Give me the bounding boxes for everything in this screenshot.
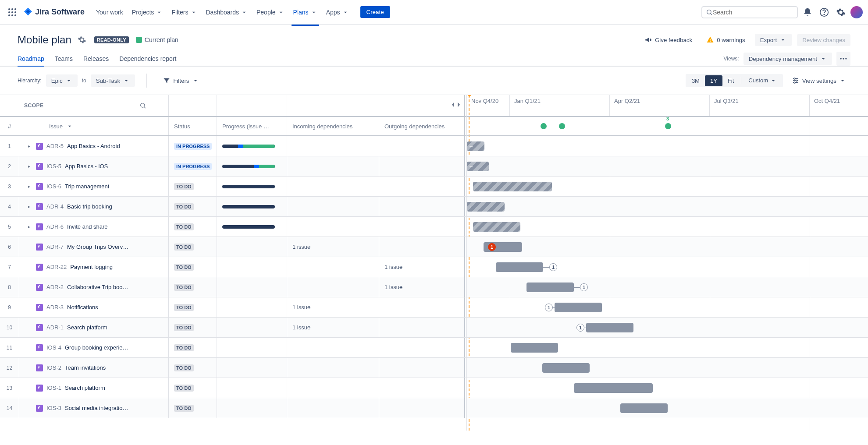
settings-icon[interactable] [834, 5, 848, 19]
issue-key[interactable]: ADR-1 [46, 324, 64, 331]
give-feedback-button[interactable]: Give feedback [640, 33, 697, 46]
table-row[interactable]: 4 ▸ ADR-4 Basic trip booking TO DO [0, 197, 466, 217]
gantt-bar[interactable] [574, 383, 653, 393]
zoom-3m[interactable]: 3M [687, 75, 705, 86]
gantt-bar[interactable] [496, 262, 543, 272]
dependency-badge[interactable]: 1 [545, 304, 553, 311]
hierarchy-from-select[interactable]: Epic [46, 74, 78, 87]
search-box[interactable] [701, 6, 798, 18]
dependency-badge[interactable]: 1 [580, 283, 588, 291]
gantt-bar[interactable]: ← [467, 141, 484, 151]
nav-item-dashboards[interactable]: Dashboards [202, 6, 253, 18]
notifications-icon[interactable] [800, 5, 815, 19]
issue-key[interactable]: ADR-3 [46, 304, 64, 311]
gantt-bar[interactable] [542, 363, 590, 373]
view-settings-button[interactable]: View settings [787, 74, 850, 87]
gantt-bar[interactable] [555, 303, 602, 312]
gantt-bar[interactable]: ← [467, 162, 489, 171]
column-header-issue[interactable]: Issue [19, 117, 169, 135]
table-row[interactable]: 8 ADR-2 Collaborative Trip boo… TO DO 1 … [0, 277, 466, 297]
table-row[interactable]: 14 IOS-3 Social media integratio… TO DO [0, 398, 466, 418]
table-row[interactable]: 6 ADR-7 My Group Trips Overv… TO DO 1 is… [0, 237, 466, 257]
collapse-columns-icon[interactable] [451, 101, 461, 108]
nav-item-your-work[interactable]: Your work [92, 6, 128, 18]
nav-item-projects[interactable]: Projects [128, 6, 167, 18]
expand-icon[interactable]: ▸ [25, 204, 32, 209]
nav-item-people[interactable]: People [252, 6, 289, 18]
tab-roadmap[interactable]: Roadmap [18, 52, 44, 66]
release-marker-icon[interactable] [541, 123, 547, 129]
warnings-button[interactable]: 0 warnings [702, 33, 749, 46]
table-row[interactable]: 11 IOS-4 Group booking experie… TO DO [0, 338, 466, 358]
gantt-bar[interactable] [620, 403, 668, 413]
table-row[interactable]: 2 ▸ IOS-5 App Basics - iOS IN PROGRESS [0, 156, 466, 177]
table-row[interactable]: 9 ADR-3 Notifications TO DO 1 issue [0, 297, 466, 318]
release-marker-icon[interactable] [559, 123, 565, 129]
create-button[interactable]: Create [360, 6, 390, 18]
issue-key[interactable]: ADR-4 [46, 203, 64, 210]
export-button[interactable]: Export [755, 34, 792, 46]
dependency-badge[interactable]: 1 [549, 263, 557, 271]
zoom-group: 3M1YFitCustom [686, 74, 783, 88]
column-header-num: # [0, 117, 19, 135]
issue-summary: App Basics - Android [67, 143, 120, 149]
help-icon[interactable] [817, 5, 831, 19]
issue-key[interactable]: IOS-2 [46, 364, 61, 371]
nav-item-apps[interactable]: Apps [322, 6, 353, 18]
hierarchy-to-select[interactable]: Sub-Task [91, 74, 135, 87]
nav-item-plans[interactable]: Plans [289, 6, 322, 18]
issue-key[interactable]: IOS-1 [46, 385, 61, 391]
gantt-bar[interactable] [526, 283, 574, 292]
dependency-badge[interactable]: 1 [488, 243, 496, 251]
timeline-row [467, 378, 868, 398]
table-row[interactable]: 3 ▸ IOS-6 Trip management TO DO [0, 177, 466, 197]
gantt-bar[interactable]: ← [467, 202, 505, 212]
issue-key[interactable]: ADR-22 [46, 264, 67, 270]
issue-key[interactable]: IOS-6 [46, 183, 61, 190]
jira-logo[interactable]: Jira Software [23, 7, 85, 18]
issue-key[interactable]: ADR-6 [46, 223, 64, 230]
table-row[interactable]: 1 ▸ ADR-5 App Basics - Android IN PROGRE… [0, 136, 466, 156]
gantt-bar[interactable] [473, 222, 520, 232]
issue-key[interactable]: IOS-5 [46, 163, 61, 170]
gantt-bar[interactable] [473, 182, 552, 191]
svg-point-12 [824, 14, 824, 14]
filters-button[interactable]: Filters [158, 74, 203, 87]
issue-key[interactable]: ADR-7 [46, 244, 64, 250]
zoom-custom[interactable]: Custom [743, 75, 782, 87]
zoom-1y[interactable]: 1Y [705, 75, 722, 86]
table-row[interactable]: 13 IOS-1 Search platform TO DO [0, 378, 466, 398]
issue-key[interactable]: IOS-4 [46, 344, 61, 351]
issue-key[interactable]: ADR-2 [46, 284, 64, 290]
nav-item-filters[interactable]: Filters [167, 6, 201, 18]
search-icon[interactable] [139, 102, 146, 109]
expand-icon[interactable]: ▸ [25, 164, 32, 169]
table-row[interactable]: 12 IOS-2 Team invitations TO DO [0, 358, 466, 378]
issue-summary: My Group Trips Overv… [67, 244, 128, 250]
expand-icon[interactable]: ▸ [25, 184, 32, 189]
avatar[interactable] [850, 6, 863, 18]
release-marker-icon[interactable] [665, 123, 671, 129]
tab-teams[interactable]: Teams [55, 52, 73, 66]
expand-icon[interactable]: ▸ [25, 144, 32, 148]
table-row[interactable]: 5 ▸ ADR-6 Invite and share TO DO [0, 217, 466, 237]
gantt-bar[interactable] [586, 323, 633, 332]
plan-status: Current plan [136, 36, 178, 43]
view-select[interactable]: Dependency management [743, 53, 832, 65]
table-row[interactable]: 7 ADR-22 Payment logging TO DO 1 issue [0, 257, 466, 277]
app-switcher-icon[interactable] [5, 5, 19, 19]
issue-key[interactable]: ADR-5 [46, 143, 64, 149]
expand-icon[interactable]: ▸ [25, 224, 32, 229]
search-input[interactable] [713, 9, 793, 16]
tab-releases[interactable]: Releases [83, 52, 109, 66]
issue-summary: Search platform [67, 324, 107, 331]
zoom-fit[interactable]: Fit [722, 75, 739, 86]
issue-key[interactable]: IOS-3 [46, 405, 61, 411]
plan-settings-icon[interactable] [77, 35, 87, 45]
timeline-month: Jul Q3/21 [710, 95, 810, 116]
gantt-bar[interactable] [511, 343, 558, 353]
more-button[interactable] [836, 52, 850, 66]
table-row[interactable]: 10 ADR-1 Search platform TO DO 1 issue [0, 318, 466, 338]
tab-dependencies-report[interactable]: Dependencies report [119, 52, 176, 66]
dependency-badge[interactable]: 1 [576, 324, 584, 332]
